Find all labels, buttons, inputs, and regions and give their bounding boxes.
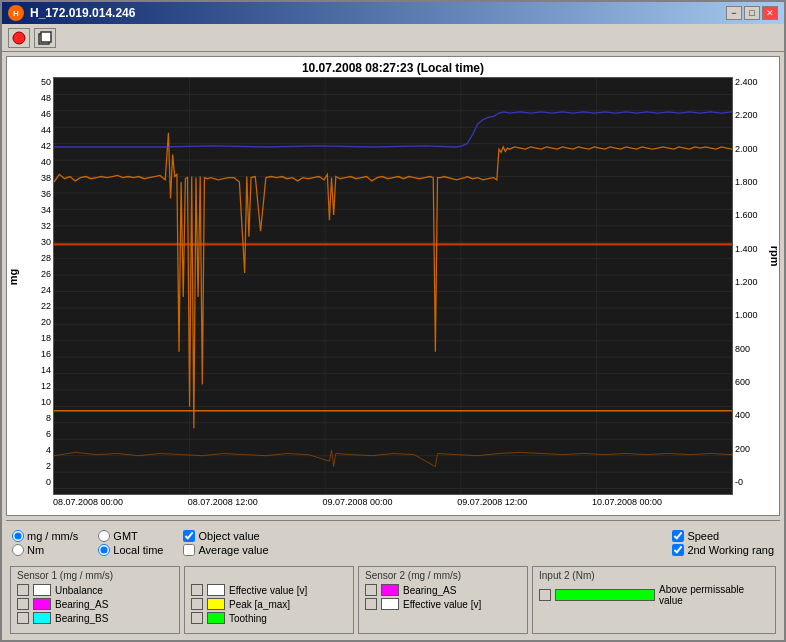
unit-nm-radio[interactable] [12, 544, 24, 556]
time-local-text: Local time [113, 544, 163, 556]
unit-nm-label[interactable]: Nm [12, 544, 78, 556]
average-value-label[interactable]: Average value [183, 544, 268, 556]
rpmtick-200: 200 [735, 444, 750, 454]
minimize-button[interactable]: − [726, 6, 742, 20]
unit-mg-text: mg / mm/s [27, 530, 78, 542]
svg-point-0 [13, 32, 25, 44]
legend-item-bearing-bs: Bearing_BS [17, 612, 173, 624]
xtick-4: 09.07.2008 12:00 [457, 497, 527, 507]
ytick-0: 0 [46, 477, 51, 487]
working-range-label[interactable]: 2nd Working rang [672, 544, 774, 556]
xtick-1: 08.07.2008 00:00 [53, 497, 123, 507]
rpmtick-1600: 1.600 [735, 210, 758, 220]
ytick-46: 46 [41, 109, 51, 119]
peak-checkbox[interactable] [191, 598, 203, 610]
effective-s2-checkbox[interactable] [365, 598, 377, 610]
unbalance-color [33, 584, 51, 596]
ytick-22: 22 [41, 301, 51, 311]
rpmtick-600: 600 [735, 377, 750, 387]
rpmtick-2400: 2.400 [735, 77, 758, 87]
ytick-48: 48 [41, 93, 51, 103]
unit-mg-radio[interactable] [12, 530, 24, 542]
object-value-label[interactable]: Object value [183, 530, 268, 542]
title-bar-left: H H_172.019.014.246 [8, 5, 135, 21]
toolbar [2, 24, 784, 52]
peak-color [207, 598, 225, 610]
bearing-as-s2-checkbox[interactable] [365, 584, 377, 596]
sensor1-legend: Sensor 1 (mg / mm/s) Unbalance Bearing_A… [10, 566, 180, 634]
speed-label[interactable]: Speed [672, 530, 774, 542]
ytick-40: 40 [41, 157, 51, 167]
bearing-as-s1-color [33, 598, 51, 610]
rpmtick-2000: 2.000 [735, 144, 758, 154]
object-value-text: Object value [198, 530, 259, 542]
toothing-checkbox[interactable] [191, 612, 203, 624]
legend-area: Sensor 1 (mg / mm/s) Unbalance Bearing_A… [6, 564, 780, 636]
chart-svg [54, 78, 732, 494]
legend-item-effective-s2: Effective value [v] [365, 598, 521, 610]
average-value-checkbox[interactable] [183, 544, 195, 556]
above-permissable-label: Above permissable value [659, 584, 769, 606]
above-permissable-checkbox[interactable] [539, 589, 551, 601]
legend-item-toothing: Toothing [191, 612, 347, 624]
xtick-3: 09.07.2008 00:00 [322, 497, 392, 507]
effective-s1-checkbox[interactable] [191, 584, 203, 596]
working-range-checkbox[interactable] [672, 544, 684, 556]
time-gmt-text: GMT [113, 530, 137, 542]
y-axis-left: mg 50 48 46 44 42 40 38 36 34 32 30 28 2… [7, 77, 53, 507]
unit-group: mg / mm/s Nm [12, 530, 78, 556]
ytick-30: 30 [41, 237, 51, 247]
unbalance-checkbox-box[interactable] [17, 584, 29, 596]
time-gmt-label[interactable]: GMT [98, 530, 163, 542]
ytick-20: 20 [41, 317, 51, 327]
stop-button[interactable] [8, 28, 30, 48]
y-right-label: rpm [769, 245, 781, 266]
copy-icon [37, 30, 53, 46]
ytick-26: 26 [41, 269, 51, 279]
sensor2-title: Sensor 2 (mg / mm/s) [365, 570, 521, 581]
legend-item-above-permissable: Above permissable value [539, 584, 769, 606]
object-value-checkbox[interactable] [183, 530, 195, 542]
above-permissable-color [555, 589, 655, 601]
legend-item-peak: Peak [a_max] [191, 598, 347, 610]
xtick-2: 08.07.2008 12:00 [188, 497, 258, 507]
ytick-10: 10 [41, 397, 51, 407]
close-button[interactable]: ✕ [762, 6, 778, 20]
ytick-6: 6 [46, 429, 51, 439]
speed-checkbox[interactable] [672, 530, 684, 542]
title-bar: H H_172.019.014.246 − □ ✕ [2, 2, 784, 24]
maximize-button[interactable]: □ [744, 6, 760, 20]
value-group: Object value Average value [183, 530, 268, 556]
rpmtick-2200: 2.200 [735, 110, 758, 120]
average-value-text: Average value [198, 544, 268, 556]
input2-title: Input 2 (Nm) [539, 570, 769, 581]
ytick-16: 16 [41, 349, 51, 359]
time-gmt-radio[interactable] [98, 530, 110, 542]
ytick-34: 34 [41, 205, 51, 215]
ytick-42: 42 [41, 141, 51, 151]
ytick-36: 36 [41, 189, 51, 199]
rpmtick-1400: 1.400 [735, 244, 758, 254]
ytick-18: 18 [41, 333, 51, 343]
toothing-label: Toothing [229, 613, 267, 624]
legend-item-bearing-as-s1: Bearing_AS [17, 598, 173, 610]
bearing-as-s1-checkbox[interactable] [17, 598, 29, 610]
ytick-4: 4 [46, 445, 51, 455]
chart-container: 10.07.2008 08:27:23 (Local time) mg 50 4… [6, 56, 780, 516]
unit-mg-label[interactable]: mg / mm/s [12, 530, 78, 542]
window-title: H_172.019.014.246 [30, 6, 135, 20]
ytick-14: 14 [41, 365, 51, 375]
y-axis-right: rpm 2.400 2.200 2.000 1.800 1.600 1.400 … [733, 77, 779, 507]
speed-text: Speed [687, 530, 719, 542]
ytick-24: 24 [41, 285, 51, 295]
legend-item-unbalance: Unbalance [17, 584, 173, 596]
y-left-label: mg [7, 268, 19, 285]
time-local-label[interactable]: Local time [98, 544, 163, 556]
ytick-28: 28 [41, 253, 51, 263]
time-local-radio[interactable] [98, 544, 110, 556]
unit-nm-text: Nm [27, 544, 44, 556]
effective-s2-color [381, 598, 399, 610]
copy-button[interactable] [34, 28, 56, 48]
toothing-color [207, 612, 225, 624]
bearing-bs-checkbox[interactable] [17, 612, 29, 624]
